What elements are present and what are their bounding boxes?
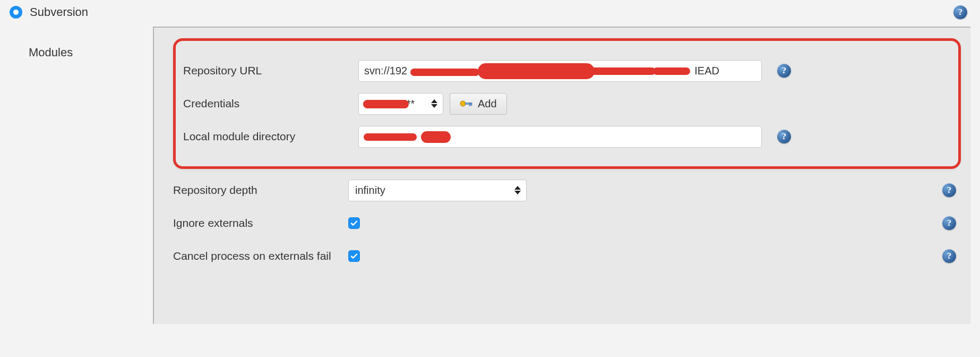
highlight-box: Repository URL IEAD — [173, 38, 961, 169]
repository-url-label: Repository URL — [183, 64, 358, 77]
row-cancel-process-on-externals-fail: Cancel process on externals fail ? — [173, 243, 961, 269]
ignore-externals-label: Ignore externals — [173, 217, 348, 230]
repository-depth-select[interactable]: infinity — [348, 180, 527, 201]
row-local-module-directory: Local module directory ? — [183, 124, 951, 149]
cancel-process-on-externals-fail-checkbox[interactable] — [348, 250, 360, 262]
chevron-updown-icon — [431, 99, 437, 108]
local-module-directory-input[interactable] — [358, 126, 762, 148]
ignore-externals-checkbox[interactable] — [348, 217, 360, 229]
add-button-label: Add — [478, 98, 497, 110]
svg-rect-2 — [469, 103, 470, 106]
modules-label: Modules — [10, 27, 153, 324]
credentials-add-button[interactable]: Add — [450, 93, 507, 115]
modules-panel: Repository URL IEAD — [153, 27, 970, 324]
help-icon[interactable]: ? — [942, 183, 956, 197]
repository-depth-label: Repository depth — [173, 184, 348, 197]
help-icon[interactable]: ? — [942, 249, 956, 263]
credentials-select[interactable]: *** — [358, 93, 443, 115]
cancel-process-on-externals-fail-label: Cancel process on externals fail — [173, 250, 348, 262]
radio-subversion[interactable] — [10, 6, 22, 19]
credentials-selected-text: *** — [365, 98, 415, 110]
help-icon[interactable]: ? — [942, 216, 956, 230]
section-title: Subversion — [30, 5, 88, 19]
svg-rect-3 — [471, 103, 472, 106]
svg-point-0 — [460, 101, 466, 106]
help-icon[interactable]: ? — [777, 130, 791, 143]
section-header: Subversion ? — [0, 0, 980, 27]
row-repository-depth: Repository depth infinity ? — [173, 177, 961, 203]
row-repository-url: Repository URL IEAD — [183, 58, 951, 83]
repository-url-input[interactable] — [358, 60, 762, 82]
chevron-updown-icon — [514, 186, 521, 194]
help-icon[interactable]: ? — [953, 5, 967, 19]
local-module-directory-label: Local module directory — [183, 130, 358, 143]
scm-subversion-panel: Subversion ? Modules Repository URL — [0, 0, 980, 324]
credentials-label: Credentials — [183, 97, 358, 110]
key-icon — [460, 99, 472, 108]
help-icon[interactable]: ? — [777, 64, 791, 78]
row-ignore-externals: Ignore externals ? — [173, 210, 961, 236]
row-credentials: Credentials *** — [183, 91, 951, 116]
repository-depth-selected-text: infinity — [355, 184, 385, 197]
